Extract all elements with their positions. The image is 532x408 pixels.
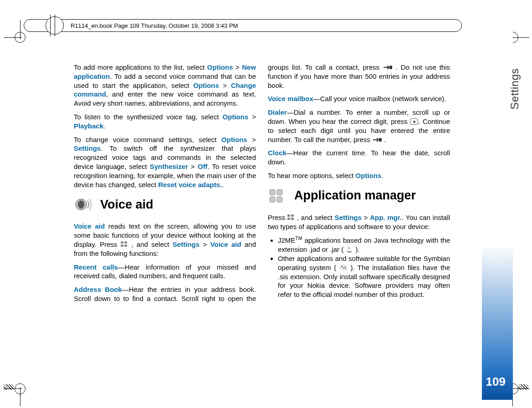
heading-voice-aid: Voice aid: [74, 195, 256, 214]
page-number: 109: [486, 375, 506, 389]
svg-rect-12: [287, 214, 290, 217]
app-grid-icon: [268, 187, 288, 205]
svg-rect-9: [277, 189, 282, 195]
para-dialer: Dialer—Dial a number. To enter a number,…: [268, 108, 450, 144]
speaker-icon: [74, 195, 94, 214]
hatch-left: [4, 384, 14, 390]
svg-rect-7: [379, 138, 382, 142]
svg-rect-10: [270, 197, 275, 202]
book-header: R1114_en.book Page 109 Thursday, October…: [24, 19, 462, 32]
book-header-text: R1114_en.book Page 109 Thursday, October…: [71, 22, 238, 29]
svg-rect-5: [124, 245, 127, 247]
list-item: Other applications and software suitable…: [278, 254, 450, 299]
list-item: J2METM applications based on Java techno…: [278, 235, 450, 254]
svg-rect-4: [121, 245, 123, 247]
java-file-icon: [345, 246, 353, 253]
svg-rect-15: [291, 218, 294, 220]
para-add-apps: To add more applications to the list, se…: [74, 63, 256, 108]
svg-rect-11: [277, 197, 282, 202]
svg-rect-3: [124, 241, 127, 244]
menu-key-icon: [287, 214, 295, 220]
heading-voice-aid-text: Voice aid: [100, 197, 153, 213]
para-playback: To listen to the synthesized voice tag, …: [74, 112, 256, 131]
para-voice-aid-intro: Voice aid reads text on the screen, allo…: [74, 222, 256, 258]
header-ornament-lines: [47, 16, 62, 35]
svg-rect-13: [291, 214, 294, 217]
menu-key-icon: [121, 241, 128, 247]
cropmark-top-left: [7, 24, 35, 51]
hatch-right: [518, 384, 528, 390]
svg-rect-14: [287, 218, 290, 220]
page-content: To add more applications to the list, se…: [74, 63, 450, 362]
app-types-list: J2METM applications based on Java techno…: [268, 235, 450, 299]
para-recent-calls: Recent calls—Hear information of your mi…: [74, 263, 256, 281]
sis-file-icon: [339, 264, 348, 271]
svg-rect-2: [121, 241, 123, 244]
para-more-options: To hear more options, select Options.: [268, 171, 450, 180]
para-settings: To change voice command settings, select…: [74, 135, 256, 189]
scroll-key-icon: [410, 118, 418, 125]
svg-point-1: [78, 200, 84, 209]
send-key-icon: [372, 135, 382, 140]
svg-rect-6: [389, 66, 392, 69]
side-tab-label: Settings: [508, 68, 521, 110]
heading-app-manager: Application manager: [268, 187, 450, 205]
para-clock: Clock—Hear the current time. To hear the…: [268, 148, 450, 167]
para-voice-mailbox: Voice mailbox—Call your voice mailbox (n…: [268, 94, 450, 103]
send-key-icon: [383, 63, 393, 67]
svg-rect-8: [270, 189, 275, 195]
heading-app-manager-text: Application manager: [294, 188, 416, 204]
para-app-mgr-intro: Press , and select Settings > App. mgr..…: [268, 213, 450, 231]
